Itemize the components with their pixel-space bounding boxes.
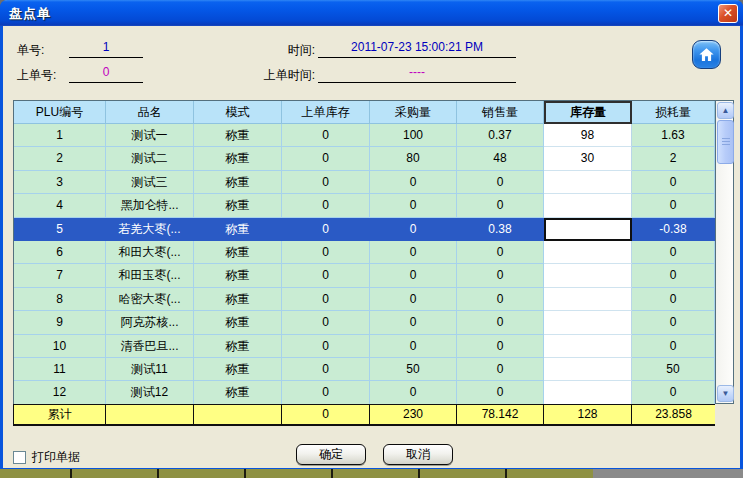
table-cell[interactable]: 0: [370, 171, 457, 194]
table-cell[interactable]: 0: [370, 264, 457, 287]
table-cell[interactable]: 测试一: [106, 124, 194, 147]
column-header[interactable]: 库存量: [544, 101, 632, 124]
column-header[interactable]: 上单库存: [282, 101, 370, 124]
table-cell[interactable]: 0: [282, 335, 370, 358]
table-cell[interactable]: 2: [14, 147, 106, 170]
table-cell[interactable]: 黑加仑特...: [106, 194, 194, 217]
table-cell[interactable]: 0: [282, 194, 370, 217]
table-row[interactable]: 1测试一称重01000.37981.63: [14, 124, 715, 147]
table-cell[interactable]: -0.38: [632, 218, 715, 241]
table-cell[interactable]: 0: [632, 241, 715, 264]
table-cell[interactable]: 0: [457, 171, 544, 194]
table-cell[interactable]: 0: [282, 241, 370, 264]
table-cell[interactable]: 称重: [194, 194, 282, 217]
table-cell[interactable]: 0: [457, 241, 544, 264]
stock-qty-cell[interactable]: [544, 358, 632, 381]
table-cell[interactable]: 0: [632, 288, 715, 311]
table-cell[interactable]: 50: [632, 358, 715, 381]
table-cell[interactable]: 0: [370, 381, 457, 404]
table-cell[interactable]: 0: [632, 194, 715, 217]
table-cell[interactable]: 0: [282, 124, 370, 147]
table-cell[interactable]: 称重: [194, 171, 282, 194]
table-cell[interactable]: 1: [14, 124, 106, 147]
table-row[interactable]: 2测试二称重08048302: [14, 147, 715, 170]
table-cell[interactable]: 100: [370, 124, 457, 147]
table-cell[interactable]: 0: [282, 171, 370, 194]
table-cell[interactable]: 0: [370, 288, 457, 311]
ok-button[interactable]: 确定: [296, 444, 366, 465]
table-row[interactable]: 11测试11称重050050: [14, 358, 715, 381]
column-header[interactable]: 品名: [106, 101, 194, 124]
column-header[interactable]: 采购量: [370, 101, 457, 124]
table-cell[interactable]: 0: [282, 264, 370, 287]
table-cell[interactable]: 8: [14, 288, 106, 311]
table-row[interactable]: 12测试12称重0000: [14, 381, 715, 404]
table-cell[interactable]: 0: [457, 194, 544, 217]
table-cell[interactable]: 0: [282, 288, 370, 311]
table-cell[interactable]: 3: [14, 171, 106, 194]
scroll-up-icon[interactable]: ▲: [717, 102, 734, 119]
table-cell[interactable]: 称重: [194, 358, 282, 381]
table-cell[interactable]: 称重: [194, 335, 282, 358]
table-cell[interactable]: 12: [14, 381, 106, 404]
table-row[interactable]: 3测试三称重0000: [14, 171, 715, 194]
table-cell[interactable]: 0: [632, 311, 715, 334]
table-row[interactable]: 6和田大枣(...称重0000: [14, 241, 715, 264]
table-cell[interactable]: 称重: [194, 264, 282, 287]
table-cell[interactable]: 测试12: [106, 381, 194, 404]
table-cell[interactable]: 1.63: [632, 124, 715, 147]
table-cell[interactable]: 0: [370, 335, 457, 358]
column-header[interactable]: 损耗量: [632, 101, 715, 124]
stock-qty-cell[interactable]: [544, 241, 632, 264]
table-cell[interactable]: 称重: [194, 147, 282, 170]
table-cell[interactable]: 称重: [194, 124, 282, 147]
table-cell[interactable]: 清香巴旦...: [106, 335, 194, 358]
table-cell[interactable]: 48: [457, 147, 544, 170]
table-cell[interactable]: 0: [457, 358, 544, 381]
table-cell[interactable]: 称重: [194, 241, 282, 264]
table-cell[interactable]: 0: [370, 194, 457, 217]
table-cell[interactable]: 0: [457, 264, 544, 287]
stock-qty-cell[interactable]: [544, 335, 632, 358]
print-checkbox[interactable]: 打印单据: [13, 449, 80, 466]
table-cell[interactable]: 0: [632, 264, 715, 287]
checkbox-icon[interactable]: [13, 451, 26, 464]
stock-qty-cell[interactable]: [544, 288, 632, 311]
stock-qty-cell[interactable]: [544, 311, 632, 334]
table-cell[interactable]: 2: [632, 147, 715, 170]
table-cell[interactable]: 0.38: [457, 218, 544, 241]
table-cell[interactable]: 7: [14, 264, 106, 287]
table-cell[interactable]: 4: [14, 194, 106, 217]
table-row[interactable]: 9阿克苏核...称重0000: [14, 311, 715, 334]
table-cell[interactable]: 测试11: [106, 358, 194, 381]
scrollbar-thumb[interactable]: [717, 120, 734, 164]
table-cell[interactable]: 0: [370, 241, 457, 264]
table-cell[interactable]: 0: [457, 288, 544, 311]
stock-qty-cell[interactable]: [544, 218, 632, 241]
close-icon[interactable]: ✕: [718, 4, 738, 23]
table-cell[interactable]: 0: [282, 147, 370, 170]
table-cell[interactable]: 阿克苏核...: [106, 311, 194, 334]
stock-qty-cell[interactable]: [544, 194, 632, 217]
table-row[interactable]: 8哈密大枣(...称重0000: [14, 288, 715, 311]
table-cell[interactable]: 0: [632, 335, 715, 358]
table-cell[interactable]: 50: [370, 358, 457, 381]
table-row[interactable]: 10清香巴旦...称重0000: [14, 335, 715, 358]
stock-qty-cell[interactable]: [544, 381, 632, 404]
table-cell[interactable]: 0: [282, 218, 370, 241]
stock-qty-cell[interactable]: [544, 264, 632, 287]
table-row[interactable]: 4黑加仑特...称重0000: [14, 194, 715, 217]
table-cell[interactable]: 0: [457, 381, 544, 404]
table-cell[interactable]: 0: [457, 335, 544, 358]
column-header[interactable]: PLU编号: [14, 101, 106, 124]
table-cell[interactable]: 0: [370, 311, 457, 334]
home-button[interactable]: [692, 40, 721, 69]
table-cell[interactable]: 0: [370, 218, 457, 241]
cancel-button[interactable]: 取消: [383, 444, 453, 465]
table-cell[interactable]: 测试二: [106, 147, 194, 170]
table-cell[interactable]: 6: [14, 241, 106, 264]
table-cell[interactable]: 0: [282, 381, 370, 404]
table-cell[interactable]: 0: [282, 358, 370, 381]
table-row[interactable]: 5若羌大枣(...称重000.38-0.38: [14, 218, 715, 241]
table-cell[interactable]: 10: [14, 335, 106, 358]
